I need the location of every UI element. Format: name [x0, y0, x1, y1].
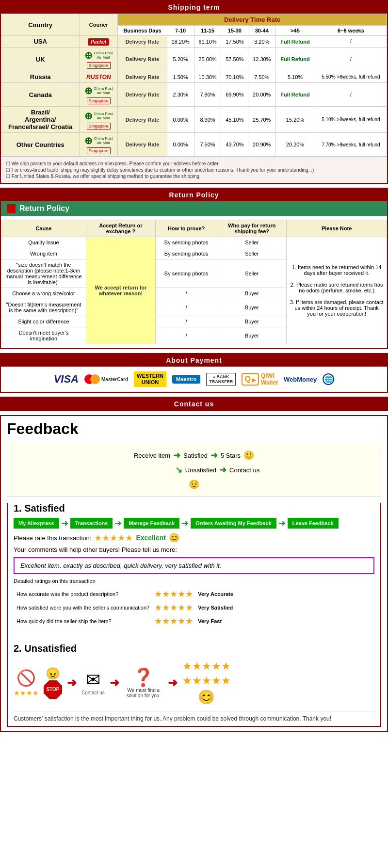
courier-2: RUSTON: [80, 71, 118, 83]
delivery-rate-4: Delivery Rate: [118, 107, 167, 133]
must-find-label: We must find a solution for you.: [124, 688, 163, 698]
whopays-2: Seller: [217, 259, 287, 288]
feedback-flow: Receive item ➜ Satisfied ➜ 5 Stars 🙂 ↘ U…: [17, 450, 371, 490]
pct-4-1: 8.90%: [194, 107, 221, 133]
arrow-2: ➜: [210, 450, 218, 461]
qiwi-text: QIWIWallet: [261, 372, 278, 386]
pct-4-0: 0.00%: [167, 107, 194, 133]
step-arrow-3: ➜: [181, 518, 189, 529]
prove-3: /: [155, 288, 217, 299]
stars-q2: ★★★★★: [154, 603, 193, 612]
bottom-stars-1: ★★★★: [14, 689, 39, 697]
pct-3-2: 69.90%: [221, 83, 248, 107]
country-4: Brazil/Argentina/France/Israel/ Croatia: [1, 107, 80, 133]
return-header: Return Policy: [1, 189, 387, 201]
country-header: Country: [1, 14, 80, 36]
comments-text: Your comments will help other buyers! Pl…: [14, 546, 374, 553]
note-col-header: Please Note: [287, 220, 387, 237]
col1-header: 7-10: [167, 26, 194, 36]
return-cause-4: "Doesn't fit(item's measurement is the s…: [1, 299, 86, 316]
unsatisfied-section: 2. Unsatisfied 🚫 ★★★★ 😠 STOP ➜ ✉ Contact…: [7, 635, 381, 727]
return-cause-1: Wrong item: [1, 248, 86, 259]
rating-ans2: Very Satisfied: [196, 601, 235, 614]
please-note-cell: 1. Items need to be returned within 14 d…: [287, 237, 387, 344]
arrow-1: ➜: [173, 450, 180, 461]
angry-emoji: 😠: [46, 667, 60, 680]
step-managefeedback[interactable]: Manage Feedback: [124, 518, 179, 529]
rating-q1: How accurate was the product description…: [15, 588, 151, 600]
ratings-table: How accurate was the product description…: [14, 587, 236, 628]
feedback-section: Feedback Receive item ➜ Satisfied ➜ 5 St…: [0, 415, 388, 732]
pct-5-0: 0.00%: [167, 133, 194, 157]
pct-5-2: 43.70%: [221, 133, 248, 157]
pct-5-3: 20.90%: [248, 133, 275, 157]
feedback-box: Receive item ➜ Satisfied ➜ 5 Stars 🙂 ↘ U…: [7, 443, 381, 497]
country-3: Canada: [1, 83, 80, 107]
detailed-ratings: Detailed ratings on this transaction How…: [14, 578, 374, 628]
step-ordersawaiting[interactable]: Orders Awaiting My Feedback: [191, 518, 276, 529]
westernunion-logo: WESTERN UNION: [134, 371, 166, 387]
excellent-label: Excellent: [136, 534, 165, 542]
satisfied-label: Satisfied: [183, 452, 208, 459]
rating-q2: How satisfied were you with the seller's…: [15, 601, 151, 614]
whopays-0: Seller: [217, 237, 287, 248]
step-transactions[interactable]: Transactions: [70, 518, 113, 529]
unsat-arrow-3: ➜: [168, 676, 178, 690]
whopays-1: Seller: [217, 248, 287, 259]
stars-smile-group: ★★★★★ ★★★★★ 😊: [182, 660, 231, 705]
prove-col-header: How to prove?: [155, 220, 217, 237]
big-stars: ★★★★★: [182, 660, 231, 673]
final-smile: 😊: [198, 689, 215, 705]
col2-header: 11-15: [194, 26, 221, 36]
col3-header: 15-30: [221, 26, 248, 36]
webmoney-logo: WebMoney: [284, 376, 317, 383]
country-5: Other Countries: [1, 133, 80, 157]
return-table: Cause Accept Return or exchange ? How to…: [1, 220, 387, 344]
delivery-rate-2: Delivery Rate: [118, 71, 167, 83]
country-2: Russia: [1, 71, 80, 83]
col6-header: 6~8 weeks: [315, 26, 387, 36]
globe-icon: 🌐: [323, 373, 334, 385]
five-stars-label: 5 Stars: [221, 452, 241, 459]
return-cause-5: Slight color difference: [1, 316, 86, 327]
delivery-rate-3: Delivery Rate: [118, 83, 167, 107]
receive-item-label: Receive item: [134, 452, 170, 459]
stop-group: 😠 STOP: [44, 667, 62, 699]
pct-0-0: 18.20%: [167, 36, 194, 48]
flow-row-3: 😟: [189, 479, 199, 490]
pct-3-0: 2.30%: [167, 83, 194, 107]
col5-header: >45: [275, 26, 315, 36]
email-icon: ✉: [86, 670, 100, 690]
contact-section: Contact us: [0, 397, 388, 411]
rate-line: Please rate this transaction: ★★★★★ Exce…: [14, 532, 374, 543]
qiwi-logo-group: Q ▶ QIWIWallet: [242, 372, 278, 386]
feedback-title: Feedback: [7, 420, 381, 438]
c6-2: 5.50% >8weeks, full refund: [315, 71, 387, 83]
prove-1: By sending photos: [155, 248, 217, 259]
whopays-3: Buyer: [217, 288, 287, 299]
c5-3: Full Refund: [275, 83, 315, 107]
payment-header: About Payment: [1, 354, 387, 367]
prove-4: /: [155, 299, 217, 316]
pct-2-3: 7.50%: [248, 71, 275, 83]
step-leavefeedback[interactable]: Leave Feedback: [288, 518, 339, 529]
flow-row-1: Receive item ➜ Satisfied ➜ 5 Stars 🙂: [134, 450, 254, 461]
courier-header: Courier: [80, 14, 118, 36]
col4-header: 30-44: [248, 26, 275, 36]
bank-transfer-logo: ≡ BANK TRANSFER: [206, 373, 236, 386]
arrow-4: ➜: [219, 465, 226, 475]
stars-q1: ★★★★★: [154, 589, 193, 599]
stars-q3: ★★★★★: [154, 616, 193, 626]
courier-0: Packet: [80, 36, 118, 48]
courier-3: ⊕ China PostAir Mail Singapore: [80, 83, 118, 107]
c5-2: 5.10%: [275, 71, 315, 83]
c5-4: 15.20%: [275, 107, 315, 133]
pct-2-0: 1.50%: [167, 71, 194, 83]
c6-4: 5.10% >8weeks, full refund: [315, 107, 387, 133]
step-myaliexpress[interactable]: My Aliexpress: [14, 518, 59, 529]
delivery-time-header: Delivery Time Rate: [118, 14, 387, 26]
accept-col-header: Accept Return or exchange ?: [86, 220, 155, 237]
courier-4: ⊕ China PostAir Mail Singapore: [80, 107, 118, 133]
prove-0: By sending photos: [155, 237, 217, 248]
shipping-header: Shipping term: [1, 1, 387, 14]
